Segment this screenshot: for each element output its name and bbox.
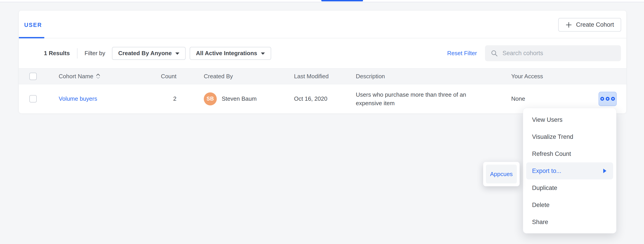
- table-header-row: Cohort Name Count Created By Last Modifi…: [19, 68, 626, 84]
- ellipsis-icon: [606, 97, 610, 101]
- cohort-name-header-label: Cohort Name: [59, 73, 94, 80]
- cohort-count: 2: [144, 95, 177, 102]
- integrations-dropdown[interactable]: All Active Integrations: [190, 47, 271, 60]
- submenu-item-appcues[interactable]: Appcues: [486, 165, 517, 183]
- sort-icon: [96, 73, 100, 80]
- created-by-header-label: Created By: [204, 73, 233, 80]
- filter-by-label: Filter by: [85, 50, 105, 57]
- column-header-count: Count: [144, 73, 177, 80]
- results-count: 1 Results: [44, 50, 70, 57]
- menu-item-delete[interactable]: Delete: [523, 196, 616, 213]
- search-cohorts-box[interactable]: [485, 45, 621, 61]
- row-checkbox[interactable]: [29, 95, 37, 103]
- row-actions-cell: [574, 92, 627, 106]
- create-cohort-button[interactable]: Create Cohort: [558, 18, 621, 32]
- caret-down-icon: [175, 53, 179, 55]
- cohort-name-link[interactable]: Volume buyers: [59, 95, 97, 102]
- create-cohort-label: Create Cohort: [576, 21, 614, 28]
- submenu-arrow-icon: [603, 169, 606, 173]
- filter-bar: 1 Results Filter by Created By Anyone Al…: [19, 38, 626, 68]
- reset-filter-link[interactable]: Reset Filter: [447, 50, 477, 57]
- plus-icon: [566, 22, 572, 28]
- ellipsis-icon: [611, 97, 615, 101]
- export-to-label: Export to...: [532, 167, 561, 174]
- created-by-dropdown[interactable]: Created By Anyone: [112, 47, 186, 60]
- column-header-created-by: Created By: [177, 73, 294, 80]
- created-by-cell: SB Steven Baum: [177, 92, 294, 105]
- search-icon: [491, 50, 498, 57]
- menu-item-visualize-trend[interactable]: Visualize Trend: [523, 128, 616, 145]
- caret-down-icon: [261, 53, 265, 55]
- ellipsis-icon: [600, 97, 604, 101]
- menu-item-share[interactable]: Share: [523, 213, 616, 230]
- column-header-description: Description: [356, 73, 511, 80]
- integrations-dropdown-value: All Active Integrations: [196, 50, 257, 57]
- select-all-checkbox[interactable]: [29, 73, 37, 80]
- cohorts-page: USER Create Cohort 1 Results Filter by C…: [0, 0, 644, 244]
- export-submenu: Appcues: [483, 162, 520, 186]
- search-cohorts-input[interactable]: [502, 50, 616, 57]
- created-by-dropdown-value: Created By Anyone: [118, 50, 172, 57]
- cohorts-card: USER Create Cohort 1 Results Filter by C…: [18, 10, 626, 113]
- row-checkbox-cell: [19, 95, 59, 103]
- your-access-value: None: [511, 95, 574, 102]
- menu-item-export-to[interactable]: Export to...: [526, 162, 613, 179]
- active-tab-indicator: [321, 0, 363, 1]
- column-header-your-access: Your Access: [511, 73, 574, 80]
- last-modified-value: Oct 16, 2020: [294, 95, 356, 102]
- avatar: SB: [204, 92, 217, 105]
- description-value: Users who purchase more than three of an…: [356, 90, 481, 107]
- tab-user[interactable]: USER: [24, 22, 42, 28]
- divider: [77, 48, 78, 59]
- column-header-last-modified: Last Modified: [294, 73, 356, 80]
- created-by-name: Steven Baum: [222, 95, 256, 102]
- row-context-menu: View Users Visualize Trend Refresh Count…: [523, 108, 616, 233]
- header-checkbox-cell: [19, 73, 59, 80]
- menu-item-view-users[interactable]: View Users: [523, 111, 616, 128]
- tab-active-underline: [19, 37, 44, 38]
- tab-strip: USER Create Cohort: [19, 11, 626, 38]
- browser-top-strip: [0, 0, 644, 2]
- column-header-cohort-name[interactable]: Cohort Name: [59, 73, 144, 80]
- more-options-button[interactable]: [598, 92, 617, 106]
- menu-item-refresh-count[interactable]: Refresh Count: [523, 145, 616, 162]
- menu-item-duplicate[interactable]: Duplicate: [523, 179, 616, 196]
